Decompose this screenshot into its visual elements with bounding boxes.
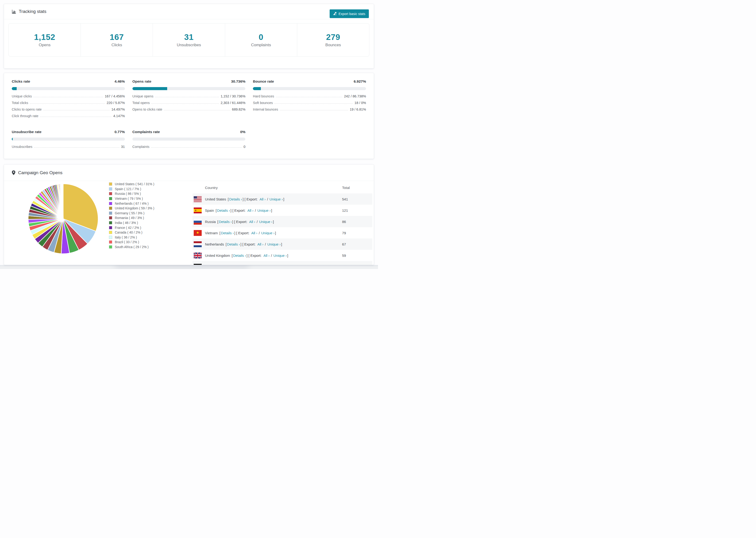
bracket: [	[242, 242, 243, 246]
export-unique-link[interactable]: Unique ›	[267, 242, 281, 246]
details-link[interactable]: Details ›	[221, 231, 234, 235]
progress-bar	[253, 87, 366, 90]
bracket: ]	[281, 242, 282, 246]
stat-label: Opens	[39, 43, 50, 47]
country-flag-icon	[194, 230, 202, 236]
metric-value: 18 / 0%	[354, 101, 366, 105]
export-unique-link[interactable]: Unique ›	[270, 197, 283, 201]
legend-item: Canada ( 40 / 2% )	[109, 230, 154, 235]
metric-value: 0	[243, 145, 245, 149]
metric-label: Click through rate	[12, 114, 38, 118]
bracket: [	[233, 208, 233, 212]
rate-block: Opens rate 30.736% Unique opens 1,152 / …	[133, 79, 245, 121]
bracket: ]	[271, 208, 272, 212]
tracking-stats-card: Tracking stats Export basic stats 1,152 …	[4, 4, 374, 69]
legend-label: France ( 42 / 2% )	[115, 226, 141, 230]
bracket: ]	[236, 265, 238, 265]
export-icon	[333, 12, 337, 16]
export-unique-link[interactable]: Unique ›	[273, 253, 287, 257]
export-unique-link[interactable]: Unique ›	[261, 231, 275, 235]
export-all-link[interactable]: All ›	[259, 197, 266, 201]
bracket: ]	[243, 197, 244, 201]
rate-block: Clicks rate 4.46% Unique clicks 167 / 4.…	[12, 79, 125, 121]
metric-label: Total opens	[133, 101, 150, 105]
details-link[interactable]: Details ›	[227, 242, 240, 246]
export-basic-stats-button[interactable]: Export basic stats	[330, 9, 369, 18]
legend-color-swatch	[109, 245, 112, 248]
export-all-link[interactable]: All ›	[263, 253, 270, 257]
details-link[interactable]: Details ›	[233, 253, 246, 257]
export-all-link[interactable]: All ›	[251, 231, 257, 235]
metric-row: Total opens 2,303 / 61.446%	[133, 101, 245, 105]
rate-value: 6.927%	[353, 79, 366, 83]
progress-bar	[12, 137, 125, 140]
rates-grid: Clicks rate 4.46% Unique clicks 167 / 4.…	[4, 73, 374, 152]
stat-box: 167 Clicks	[81, 24, 153, 56]
metric-label: Complaints	[133, 145, 149, 149]
legend-color-swatch	[109, 192, 112, 195]
metric-label: Internal bounces	[253, 108, 278, 111]
details-link[interactable]: Details ›	[229, 197, 242, 201]
bracket: ]	[273, 220, 274, 224]
country-flag-icon	[194, 241, 202, 247]
metric-row: Unsubscribes 31	[12, 145, 125, 149]
legend-color-swatch	[109, 216, 112, 219]
metric-row: Opens to clicks rate 689.82%	[133, 108, 245, 111]
metric-label: Hard bounces	[253, 95, 274, 98]
table-row: United States [Details ›] [Export: All ›…	[192, 193, 372, 205]
page-title: Tracking stats	[19, 9, 46, 14]
geo-pie-chart[interactable]	[27, 183, 99, 255]
export-all-link[interactable]: All ›	[247, 208, 253, 212]
export-all-link[interactable]: All ›	[249, 220, 255, 224]
geo-opens-title: Campaign Geo Opens	[18, 170, 63, 175]
metric-value: 167 / 4.456%	[105, 95, 125, 98]
stat-value: 167	[110, 32, 124, 42]
bracket: [	[238, 265, 239, 265]
export-button-label: Export basic stats	[339, 12, 365, 16]
country-flag-icon	[194, 196, 202, 202]
metric-row: Soft bounces 18 / 0%	[253, 101, 366, 105]
export-all-link[interactable]: All ›	[257, 242, 263, 246]
export-label: Export:	[246, 197, 259, 201]
legend-color-swatch	[109, 187, 112, 190]
pie-slice[interactable]	[63, 184, 63, 219]
legend-item: France ( 42 / 2% )	[109, 225, 154, 230]
bar-chart-icon	[12, 9, 16, 14]
slash: /	[266, 197, 269, 201]
details-link[interactable]: Details ›	[219, 220, 232, 224]
rates-card: Clicks rate 4.46% Unique clicks 167 / 4.…	[4, 73, 374, 159]
dotted-leader	[34, 147, 120, 148]
geo-opens-card: Campaign Geo Opens United States ( 541 /…	[4, 164, 374, 265]
export-all-link[interactable]: All ›	[253, 265, 259, 265]
geo-table-header: Country Total	[192, 182, 372, 193]
stat-label: Bounces	[325, 43, 341, 47]
details-link[interactable]: Details ›	[217, 208, 230, 212]
country-flag-icon	[194, 207, 202, 213]
metric-label: Unique opens	[133, 95, 153, 98]
legend-item: Spain ( 121 / 7% )	[109, 187, 154, 191]
slash: /	[264, 242, 267, 246]
slash: /	[254, 208, 257, 212]
column-header-country: Country	[205, 186, 342, 190]
details-link[interactable]: Details ›	[223, 265, 236, 265]
legend-item: Germany ( 55 / 3% )	[109, 211, 154, 216]
progress-bar-fill	[133, 87, 167, 90]
stat-box: 1,152 Opens	[9, 24, 81, 56]
legend-label: Canada ( 40 / 2% )	[115, 231, 142, 234]
export-unique-link[interactable]: Unique ›	[259, 220, 273, 224]
column-header-total: Total	[342, 186, 372, 190]
country-flag-icon	[194, 219, 202, 225]
bracket: [	[248, 253, 249, 257]
table-row: United Kingdom [Details ›] [Export: All …	[192, 250, 372, 261]
bracket: [	[216, 208, 216, 212]
table-row: Netherlands [Details ›] [Export: All › /…	[192, 239, 372, 250]
metric-label: Opens to clicks rate	[133, 108, 162, 111]
rate-title: Opens rate	[133, 79, 151, 83]
legend-label: Italy ( 36 / 2% )	[115, 236, 137, 239]
export-unique-link[interactable]: Unique ›	[257, 208, 271, 212]
export-unique-link[interactable]: Unique ›	[263, 265, 276, 265]
legend-color-swatch	[109, 197, 112, 200]
stat-box: 279 Bounces	[297, 24, 369, 56]
dotted-leader	[30, 103, 105, 104]
legend-label: South Africa ( 29 / 2% )	[115, 245, 149, 249]
